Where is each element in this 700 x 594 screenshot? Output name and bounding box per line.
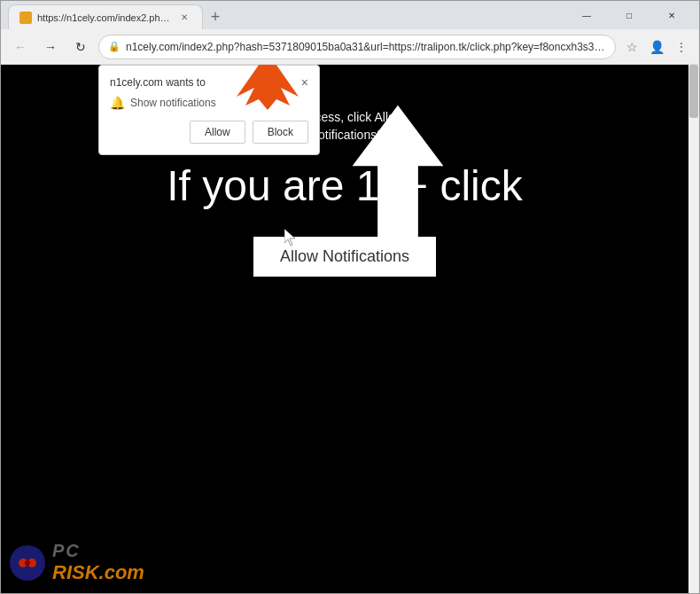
pcrisk-text: RISK.com [52,561,144,584]
scrollbar[interactable] [688,65,699,593]
popup-block-button[interactable]: Block [253,121,308,144]
title-bar: https://n1cely.com/index2.php?h... ✕ + —… [1,1,699,29]
url-bar[interactable]: 🔒 n1cely.com/index2.php?hash=5371809015b… [98,35,616,59]
security-icon: 🔒 [108,41,121,52]
bookmark-button[interactable]: ☆ [621,36,642,58]
maximize-button[interactable]: □ [609,1,649,29]
tab-area: https://n1cely.com/index2.php?h... ✕ + [8,1,563,29]
popup-buttons: Allow Block [110,121,308,144]
notification-popup: n1cely.com wants to × 🔔 Show notificatio… [98,65,320,155]
close-button[interactable]: ✕ [651,1,692,29]
svg-point-7 [25,560,30,566]
back-button[interactable]: ← [8,35,33,59]
menu-button[interactable]: ⋮ [671,36,692,58]
pc-text: PC [52,541,144,561]
browser-tab[interactable]: https://n1cely.com/index2.php?h... ✕ [8,4,203,29]
popup-notification-text: Show notifications [130,97,216,109]
pcrisk-brand: PC RISK.com [10,541,144,584]
popup-allow-button[interactable]: Allow [190,121,245,144]
pcrisk-logo [10,545,45,581]
profile-button[interactable]: 👤 [646,36,667,58]
popup-site-text: n1cely.com wants to [110,76,206,89]
scrollbar-thumb[interactable] [689,65,698,118]
address-bar: ← → ↻ 🔒 n1cely.com/index2.php?hash=53718… [1,29,699,65]
browser-window: https://n1cely.com/index2.php?h... ✕ + —… [0,0,700,594]
page-age-text: If you are 18+ click [167,161,523,210]
minimize-button[interactable]: — [566,1,607,29]
new-tab-button[interactable]: + [203,4,228,29]
tab-close-button[interactable]: ✕ [177,11,191,25]
bell-icon: 🔔 [110,96,125,110]
browser-content: To access, click AllowNotifications! If … [1,65,699,593]
window-controls: — □ ✕ [566,1,692,29]
svg-marker-2 [237,65,299,110]
allow-notifications-button[interactable]: Allow Notifications [253,237,436,277]
refresh-button[interactable]: ↻ [68,35,93,59]
forward-button[interactable]: → [38,35,63,59]
tab-favicon [19,12,32,24]
url-actions: ☆ 👤 ⋮ [621,36,692,58]
tab-title: https://n1cely.com/index2.php?h... [37,12,170,23]
url-text: n1cely.com/index2.php?hash=5371809015ba0… [126,41,606,53]
svg-point-0 [22,14,29,21]
orange-arrow-indicator [232,65,303,113]
